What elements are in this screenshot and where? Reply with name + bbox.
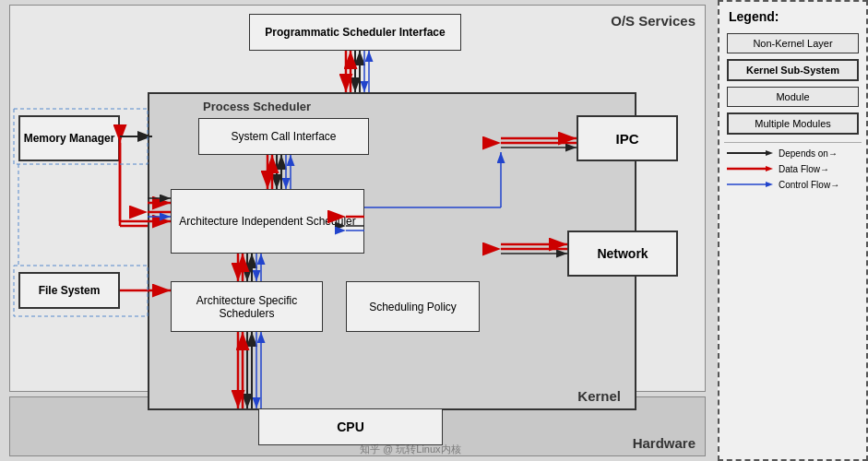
- legend-data-flow: Data Flow→: [727, 163, 859, 174]
- cpu-box: CPU: [258, 408, 443, 445]
- ipc-box: IPC: [577, 115, 678, 161]
- depends-on-line-svg: [727, 148, 773, 159]
- process-scheduler-label: Process Scheduler: [203, 100, 311, 113]
- legend-module-box: Module: [727, 87, 859, 107]
- svg-marker-55: [766, 150, 773, 156]
- network-label: Network: [597, 246, 648, 261]
- hardware-label: Hardware: [633, 435, 696, 451]
- ipc-label: IPC: [615, 131, 638, 147]
- legend-kernel-subsystem-box: Kernel Sub-System: [727, 59, 859, 81]
- sched-policy-box: Scheduling Policy: [346, 281, 480, 332]
- memory-manager-box: Memory Manager: [18, 115, 120, 161]
- legend-kernel-subsystem: Kernel Sub-System: [727, 59, 859, 81]
- legend-depends-on: Depends on→: [727, 148, 859, 159]
- legend-area: Legend: Non-Kernel Layer Kernel Sub-Syst…: [718, 0, 868, 461]
- legend-non-kernel: Non-Kernel Layer: [727, 33, 859, 53]
- diagram-area: O/S Services Hardware Kernel Programmati…: [0, 0, 719, 461]
- legend-control-flow: Control Flow→: [727, 179, 859, 190]
- legend-multiple-modules-box: Multiple Modules: [727, 112, 859, 135]
- arch-indep-box: Architecture Independent Scheduler: [171, 189, 364, 254]
- prog-scheduler-label: Programmatic Scheduler Interface: [265, 26, 445, 39]
- cpu-label: CPU: [337, 420, 364, 434]
- arch-spec-label: Architecture Specific Schedulers: [172, 294, 322, 320]
- os-services-label: O/S Services: [611, 13, 696, 29]
- legend-module: Module: [727, 87, 859, 107]
- data-flow-line-svg: [727, 163, 773, 174]
- sys-call-label: System Call Interface: [231, 130, 336, 143]
- memory-manager-label: Memory Manager: [24, 132, 115, 145]
- main-container: O/S Services Hardware Kernel Programmati…: [0, 0, 868, 461]
- network-box: Network: [567, 230, 678, 277]
- prog-scheduler-box: Programmatic Scheduler Interface: [249, 14, 461, 51]
- legend-multiple-modules: Multiple Modules: [727, 112, 859, 135]
- svg-marker-57: [766, 166, 773, 171]
- sys-call-box: System Call Interface: [198, 118, 369, 155]
- file-system-box: File System: [18, 272, 120, 309]
- watermark: 知乎 @ 玩转Linux内核: [360, 443, 461, 456]
- legend-non-kernel-box: Non-Kernel Layer: [727, 33, 859, 53]
- control-flow-line-svg: [727, 179, 773, 190]
- file-system-label: File System: [39, 284, 101, 297]
- sched-policy-label: Scheduling Policy: [369, 301, 457, 313]
- kernel-label: Kernel: [577, 388, 621, 404]
- svg-marker-59: [766, 182, 773, 187]
- arch-indep-label: Architecture Independent Scheduler: [179, 215, 355, 228]
- legend-title: Legend:: [719, 2, 866, 28]
- arch-spec-box: Architecture Specific Schedulers: [171, 281, 323, 332]
